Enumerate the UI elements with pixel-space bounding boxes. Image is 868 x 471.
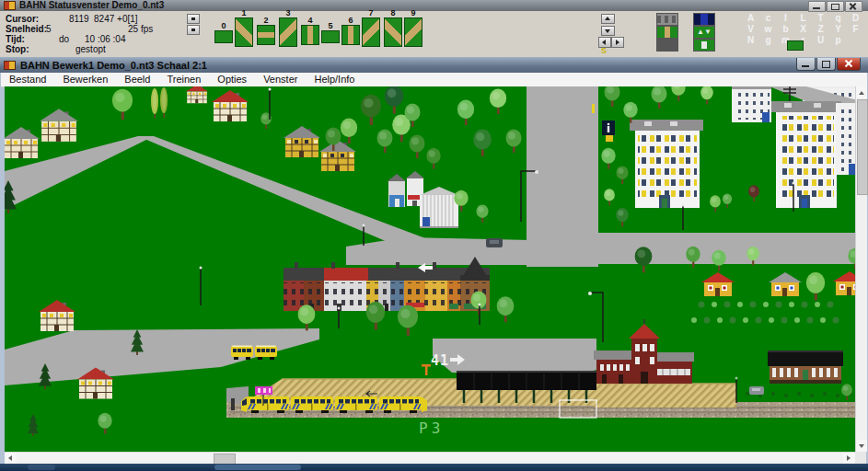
dark-tile-icon[interactable] [656,39,678,52]
status-titlebar[interactable]: BAHN Statusvenster Demo_0.nt3 [0,0,868,11]
time-label: Tijd: [6,34,25,44]
vertical-scroll-thumb[interactable] [857,99,868,195]
scroll-updown[interactable] [601,14,615,38]
stop-value: gestopt [75,44,106,54]
map-viewport[interactable]: 41 P3 [5,86,855,452]
menu-helpinfo[interactable]: Help/Info [306,73,363,86]
cursor-value: 8119 8247 +0[1] [69,14,138,24]
menu-venster[interactable]: Venster [255,73,306,86]
scroll-left-icon[interactable] [5,453,17,464]
fps-value: 25 fps [128,24,153,34]
s-label: S [601,46,607,55]
menu-bewerken[interactable]: Bewerken [54,73,116,86]
speed-label: Snelheid: [6,24,47,34]
track-number-label: 41 [431,352,449,369]
close-button[interactable] [837,58,861,71]
status-window: BAHN Statusvenster Demo_0.nt3 Cursor: 81… [0,0,868,58]
tile-slot-1[interactable]: 1 ↘ [234,9,254,47]
time-value: 10 :06 :04 [85,34,125,44]
tile-slot-7[interactable]: 7 ↙ [361,9,381,47]
signal-marker [592,104,595,113]
goods-shed [768,350,843,384]
tile-slot-8[interactable]: 8 ← [383,9,403,47]
tile-slot-2[interactable]: 2 → [256,17,276,45]
coupler-tile-icon[interactable] [656,13,678,26]
track-tile-icon[interactable] [257,25,275,45]
arrow-up-icon[interactable] [601,14,615,24]
menu-beeld[interactable]: Beeld [116,73,158,86]
track-tile-icon[interactable] [235,17,253,47]
tile-slot-0[interactable]: 0 [214,22,234,43]
taskbar-item[interactable] [214,465,301,470]
arrows-tile-icon[interactable]: ▲▼ [693,26,715,39]
arrow-down-icon[interactable] [601,26,615,36]
track-tile-icon[interactable] [321,30,340,43]
spin-up-icon[interactable] [187,14,200,24]
bahn-app-icon [4,61,16,70]
building-white-top [732,86,771,122]
maximize-button[interactable] [827,1,844,12]
apartment-block-1 [630,120,703,208]
desktop: BAHN Statusvenster Demo_0.nt3 Cursor: 81… [0,0,868,471]
track-bumper [231,398,235,410]
main-window-title: BAHN Bewerk1 Demo_0.nt3 Schaal 2:1 [20,60,207,71]
menu-treinen[interactable]: Treinen [158,73,209,86]
selected-tile-icon [787,40,804,51]
scroll-down-icon[interactable] [856,440,867,452]
minimize-button[interactable] [808,1,826,12]
tile-slot-5[interactable]: 5 [320,22,341,43]
bahn-app-icon [4,1,16,10]
time-day: do [59,34,69,44]
platform-label: P3 [419,419,444,437]
maximize-button[interactable] [816,58,836,71]
taskbar[interactable] [0,464,868,471]
status-window-title: BAHN Statusvenster Demo_0.nt3 [19,0,164,11]
scrollbar-corner [855,452,866,464]
speed-value: 5 [46,24,52,34]
close-button[interactable] [845,1,862,12]
spin-down-icon[interactable] [187,25,200,35]
taskbar-item[interactable] [28,465,55,470]
scroll-up-icon[interactable] [856,86,867,98]
tile-slot-6[interactable]: 6 ↑ [341,17,361,45]
stop-label: Stop: [6,44,29,54]
monument-tile-icon[interactable] [693,39,715,52]
arrow-right-button[interactable] [611,37,624,48]
track-tile-icon[interactable] [214,30,233,43]
track-tile-icon[interactable] [301,25,319,45]
letter-row-1: AcILTqD [742,13,864,23]
menu-bestand[interactable]: Bestand [1,73,54,86]
track-preview-tile-icon[interactable] [656,26,678,39]
menubar: Bestand Bewerken Beeld Treinen Opties Ve… [1,73,867,87]
speed-spinner[interactable] [187,14,198,36]
track-tile-icon[interactable] [384,17,402,47]
tile-slot-9[interactable]: 9 ↖ [403,9,423,47]
track-tile-icon[interactable] [362,17,380,47]
water-tile-icon[interactable] [693,13,715,26]
minimize-button[interactable] [796,58,816,71]
cursor-label: Cursor: [6,14,39,24]
vertical-scrollbar[interactable] [855,86,867,452]
track-tile-icon[interactable] [341,25,360,45]
tile-slot-4[interactable]: 4 ↓ [300,17,320,45]
scroll-right-icon[interactable] [843,453,855,464]
track-tile-icon[interactable] [404,17,422,47]
menu-opties[interactable]: Opties [209,73,255,86]
apartment-block-2 [771,101,841,208]
building-white-right [836,103,855,175]
letter-row-2: VwbXZYF [742,24,864,34]
greenhouse [420,187,458,228]
horizontal-scrollbar[interactable] [5,452,855,465]
tile-slot-3[interactable]: 3 ↗ [278,9,298,47]
main-window: BAHN Bewerk1 Demo_0.nt3 Schaal 2:1 Besta… [0,57,868,464]
track-tile-icon[interactable] [279,17,297,47]
main-titlebar[interactable]: BAHN Bewerk1 Demo_0.nt3 Schaal 2:1 [0,57,868,73]
